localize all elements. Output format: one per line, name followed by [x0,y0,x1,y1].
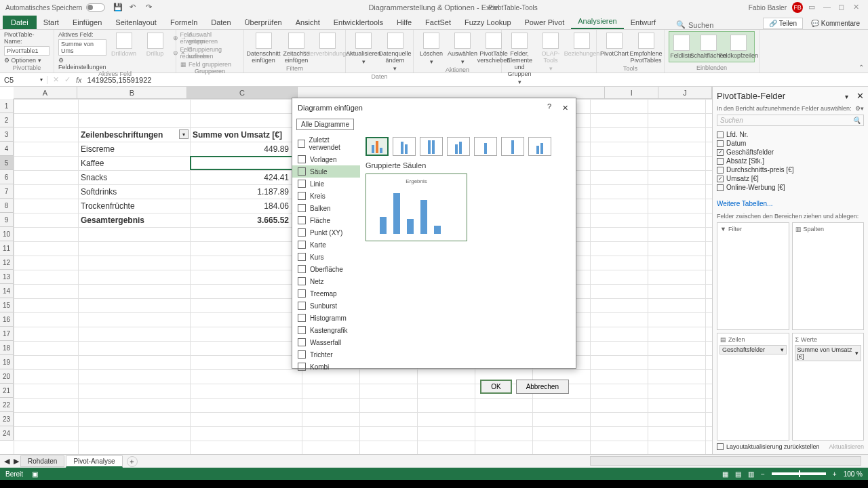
close-icon[interactable]: ✕ [853,3,863,12]
row-13[interactable]: 13 [0,270,14,284]
relations-button[interactable]: Beziehungen [568,31,595,58]
row-23[interactable]: 23 [0,412,14,426]
chart-cat-histogramm[interactable]: Histogramm [292,312,360,324]
autosave-toggle[interactable] [86,3,105,12]
row-2[interactable]: 2 [0,113,14,127]
tab-analysieren[interactable]: Analysieren [571,14,623,29]
subtype-100stacked[interactable] [420,137,443,156]
field-checkbox[interactable] [717,176,724,182]
drillup-button[interactable]: Drillup [142,31,169,58]
chart-cat-kurs[interactable]: Kurs [292,251,360,263]
headers-button[interactable]: Feldkopfzeilen [724,33,753,60]
fieldpane-close-icon[interactable]: ✕ [856,91,864,101]
chart-cat-punkt-(xy)[interactable]: Punkt (XY) [292,226,360,239]
zoom-level[interactable]: 100 % [844,470,863,478]
view-normal-icon[interactable]: ▦ [722,470,728,478]
dialog-close-icon[interactable]: ✕ [559,102,570,113]
row-8[interactable]: 8 [0,199,14,213]
tab-start[interactable]: Start [37,16,66,29]
group-selection-button[interactable]: →Auswahl gruppieren [180,31,239,45]
tab-ansicht[interactable]: Ansicht [289,16,327,29]
comments-button[interactable]: 💬 Kommentare [811,20,860,27]
tab-seitenlayout[interactable]: Seitenlayout [108,16,163,29]
pivot-total-val[interactable]: 3.665.52 [190,213,292,227]
subtype-stacked[interactable] [393,137,416,156]
share-button[interactable]: 🔗 Teilen [763,18,803,29]
fields-items-button[interactable]: Felder, Elemente und Gruppen ▾ [506,31,533,87]
pivot-filter-dropdown[interactable]: ▾ [179,129,189,139]
group-field-button[interactable]: ▦Feld gruppieren [180,61,239,68]
sheet-nav-next-icon[interactable]: ▶ [14,457,19,466]
chart-cat-zuletzt-verwendet[interactable]: Zuletzt verwendet [292,134,360,153]
row-21[interactable]: 21 [0,384,14,398]
area-filter[interactable]: ▼Filter [717,222,789,330]
chart-cat-karte[interactable]: Karte [292,239,360,251]
timeline-button[interactable]: Zeitachse einfügen [283,31,310,65]
maximize-icon[interactable]: ◻ [838,3,848,12]
buttons-button[interactable]: Schaltflächen [695,33,722,60]
area-values[interactable]: ΣWerte Summe von Umsatz [€]▾ [792,333,865,441]
view-pagebreak-icon[interactable]: ▥ [748,470,754,478]
chart-cat-treemap[interactable]: Treemap [292,287,360,300]
clear-button[interactable]: Löschen ▾ [418,31,445,66]
pt-name-input[interactable]: PivotTable1 [4,46,50,56]
fieldpane-gear-icon[interactable]: ⚙▾ [855,105,864,112]
field-umsatz[interactable]: Umsatz [€] [717,174,864,183]
pivotchart-button[interactable]: PivotChart [601,31,628,58]
tab-daten[interactable]: Daten [204,16,237,29]
tab-entwurf[interactable]: Entwurf [624,16,663,29]
col-A[interactable]: A [14,87,77,98]
view-pagelayout-icon[interactable]: ▤ [735,470,741,478]
row-3[interactable]: 3 [0,127,14,142]
row-7[interactable]: 7 [0,184,14,199]
field-checkbox[interactable] [717,131,724,138]
field-lfdnr[interactable]: Lfd. Nr. [717,130,864,139]
field-durchschnittspreis[interactable]: Durchschnitts-preis [€] [717,165,864,174]
pivot-header-sum[interactable]: Summe von Umsatz [€] [190,127,302,142]
row-19[interactable]: 19 [0,355,14,369]
pivot-row-label[interactable]: Kaffee [78,156,190,170]
row-18[interactable]: 18 [0,341,14,355]
tab-powerpivot[interactable]: Power Pivot [518,16,572,29]
ribbon-display-icon[interactable]: ▭ [808,3,818,12]
chart-cat-oberfläche[interactable]: Oberfläche [292,263,360,275]
row-22[interactable]: 22 [0,398,14,412]
tell-me-input[interactable]: Suchen [688,21,713,29]
fieldpane-more-tables[interactable]: Weitere Tabellen... [717,200,864,207]
field-checkbox[interactable] [717,149,724,156]
area-rows-item[interactable]: Geschäftsfelder▾ [719,345,787,354]
zoom-slider[interactable] [772,472,826,475]
minimize-icon[interactable]: — [823,3,833,12]
sheet-nav-prev-icon[interactable]: ◀ [4,457,9,466]
dialog-help-icon[interactable]: ? [547,102,551,113]
field-checkbox[interactable] [717,140,724,147]
col-hidden[interactable] [298,87,605,98]
horizontal-scrollbar[interactable] [590,456,861,466]
slicer-button[interactable]: Datenschnitt einfügen [248,31,279,65]
row-5[interactable]: 5 [0,156,14,170]
col-B[interactable]: B [77,87,188,98]
tab-formeln[interactable]: Formeln [163,16,204,29]
row-4[interactable]: 4 [0,142,14,156]
row-12[interactable]: 12 [0,256,14,270]
subtype-3d-column[interactable] [528,137,551,156]
chart-cat-wasserfall[interactable]: Wasserfall [292,336,360,348]
chart-preview[interactable]: Ergebnis [366,174,467,241]
tab-fuzzy[interactable]: Fuzzy Lookup [458,16,517,29]
update-button[interactable]: Aktualisieren [829,443,864,450]
chart-cat-kombi[interactable]: Kombi [292,361,360,373]
pivot-total-label[interactable]: Gesamtergebnis [78,213,190,227]
col-C[interactable]: C [187,87,298,98]
save-icon[interactable]: 💾 [113,3,123,12]
row-1[interactable]: 1 [0,99,14,113]
ungroup-button[interactable]: ✕Gruppierung aufheben [180,46,239,60]
redo-icon[interactable]: ↷ [146,3,155,12]
subtype-3d-clustered[interactable] [447,137,470,156]
chart-cat-balken[interactable]: Balken [292,202,360,214]
pivot-row-label[interactable]: Eiscreme [78,142,190,156]
area-values-item[interactable]: Summe von Umsatz [€]▾ [795,345,862,361]
olap-button[interactable]: OLAP-Tools ▾ [537,31,564,73]
field-onlinewerbung[interactable]: Online-Werbung [€] [717,183,864,192]
pivot-row-val[interactable]: 449.89 [190,142,292,156]
field-checkbox[interactable] [717,158,724,165]
